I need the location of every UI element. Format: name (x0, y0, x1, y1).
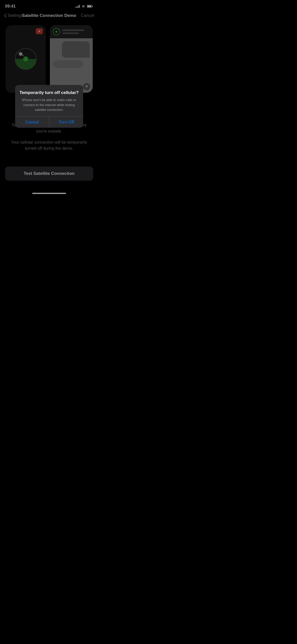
alert-content: Temporarily turn off cellular? iPhone wo… (15, 85, 83, 116)
alert-title: Temporarily turn off cellular? (19, 90, 79, 95)
alert-overlay: Temporarily turn off cellular? iPhone wo… (0, 0, 98, 213)
page-wrapper: 09:41 Setti (0, 0, 98, 213)
alert-confirm-button[interactable]: Turn Off (49, 117, 83, 128)
alert-dialog: Temporarily turn off cellular? iPhone wo… (15, 85, 83, 128)
alert-cancel-button[interactable]: Cancel (15, 117, 49, 128)
alert-buttons: Cancel Turn Off (15, 116, 83, 128)
alert-message: iPhone won't be able to make calls or co… (19, 98, 79, 112)
